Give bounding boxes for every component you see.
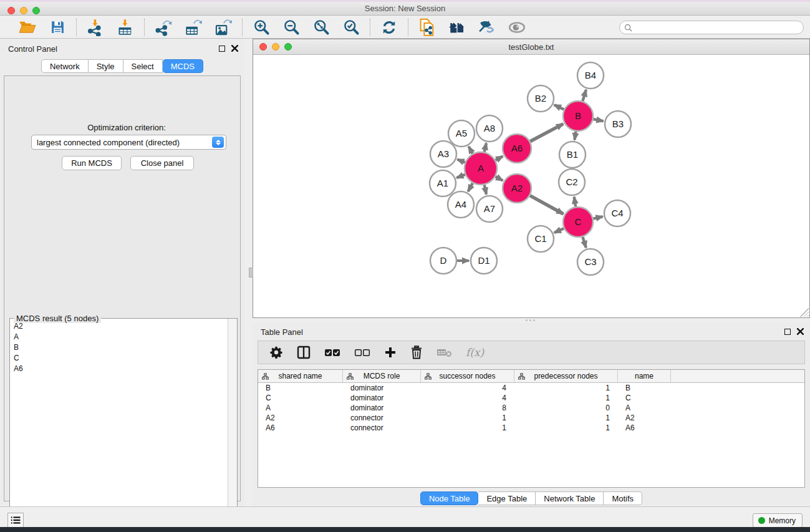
zoom-out-icon[interactable] xyxy=(281,18,301,37)
minimize-window-icon[interactable] xyxy=(20,7,27,14)
table-cell[interactable]: 4 xyxy=(421,383,514,393)
table-cell[interactable]: 8 xyxy=(421,403,514,413)
mcds-result-item[interactable]: A xyxy=(11,332,228,342)
mcds-result-list[interactable]: A2ABCA6 xyxy=(11,321,228,527)
deselect-all-icon[interactable] xyxy=(354,344,370,361)
table-cell[interactable]: A2 xyxy=(618,413,671,423)
close-window-icon[interactable] xyxy=(7,7,15,14)
edge-A-A1[interactable] xyxy=(456,175,465,178)
table-cell[interactable]: dominator xyxy=(343,383,421,393)
edge-C-C2[interactable] xyxy=(574,197,576,207)
import-network-icon[interactable] xyxy=(85,18,105,37)
duplicate-network-icon[interactable] xyxy=(417,18,437,37)
close-panel-icon[interactable] xyxy=(231,45,238,52)
network-graph-canvas[interactable]: B4B2BB3A8A5A6A3B1AC2A1A2A4A7C4CC1C3DD1 xyxy=(253,56,809,317)
mcds-result-item[interactable]: C xyxy=(11,353,228,364)
edge-C-C4[interactable] xyxy=(593,216,602,218)
edge-B-B2[interactable] xyxy=(554,105,564,109)
task-list-icon[interactable] xyxy=(7,513,24,528)
table-cell[interactable]: 1 xyxy=(514,413,618,423)
table-row[interactable]: A2connector11A2 xyxy=(258,413,804,423)
edge-A-A8[interactable] xyxy=(485,143,486,152)
network-minimize-icon[interactable] xyxy=(272,43,279,51)
edge-A-A2[interactable] xyxy=(496,177,503,180)
table-cell[interactable]: B xyxy=(258,383,343,393)
table-cell[interactable]: dominator xyxy=(343,393,421,403)
node-table[interactable]: shared nameMCDS rolesuccessor nodesprede… xyxy=(258,369,805,488)
add-column-icon[interactable] xyxy=(384,344,397,361)
edge-A-A7[interactable] xyxy=(485,185,486,194)
table-cell[interactable]: A xyxy=(618,403,671,413)
function-builder-icon[interactable]: f(x) xyxy=(466,344,484,361)
table-cell[interactable]: C xyxy=(618,393,671,403)
delete-table-icon[interactable] xyxy=(436,344,452,361)
tab-node-table[interactable]: Node Table xyxy=(420,491,479,505)
edge-B-B4[interactable] xyxy=(582,90,586,101)
edge-A-A5[interactable] xyxy=(469,147,473,153)
edge-A6-B[interactable] xyxy=(530,124,563,142)
network-close-icon[interactable] xyxy=(259,43,267,51)
window-resize-grip[interactable] xyxy=(800,308,809,317)
delete-column-icon[interactable] xyxy=(410,344,423,361)
table-cell[interactable]: connector xyxy=(343,413,421,423)
tab-motifs[interactable]: Motifs xyxy=(604,491,642,505)
refresh-layout-icon[interactable] xyxy=(379,18,399,37)
zoom-in-icon[interactable] xyxy=(251,18,271,37)
export-table-icon[interactable] xyxy=(183,18,203,37)
zoom-selected-icon[interactable] xyxy=(341,18,361,37)
tab-select[interactable]: Select xyxy=(123,59,163,73)
mcds-result-item[interactable]: A2 xyxy=(11,321,228,332)
edge-C-C3[interactable] xyxy=(582,237,586,248)
table-row[interactable]: A6connector11A6 xyxy=(258,423,804,433)
table-cell[interactable]: 0 xyxy=(514,403,618,413)
mcds-list-scrollbar[interactable] xyxy=(228,319,237,529)
import-table-icon[interactable] xyxy=(115,18,135,37)
column-header-shared-name[interactable]: shared name xyxy=(258,370,343,382)
table-close-panel-icon[interactable] xyxy=(797,328,804,335)
tab-mcds[interactable]: MCDS xyxy=(163,59,203,73)
table-float-panel-icon[interactable] xyxy=(784,329,791,335)
table-cell[interactable]: connector xyxy=(343,423,421,433)
table-cell[interactable]: 4 xyxy=(421,393,514,403)
show-hide-icon[interactable] xyxy=(507,18,527,37)
table-cell[interactable]: 1 xyxy=(514,423,618,433)
table-cell[interactable]: 1 xyxy=(421,423,514,433)
table-cell[interactable]: A6 xyxy=(618,423,671,433)
close-panel-button[interactable]: Close panel xyxy=(130,156,194,170)
edge-A-A4[interactable] xyxy=(468,183,473,191)
float-panel-icon[interactable] xyxy=(219,46,225,52)
edge-B-B3[interactable] xyxy=(593,119,603,121)
table-cell[interactable]: dominator xyxy=(343,403,421,413)
table-cell[interactable]: A xyxy=(258,403,343,413)
column-header-predecessor-nodes[interactable]: predecessor nodes xyxy=(514,370,618,382)
table-cell[interactable]: 1 xyxy=(514,393,618,403)
style-icon[interactable] xyxy=(477,18,497,37)
tab-style[interactable]: Style xyxy=(89,59,123,73)
tab-network[interactable]: Network xyxy=(41,59,89,73)
table-row[interactable]: Cdominator41C xyxy=(258,393,804,403)
horizontal-splitter-handle[interactable] xyxy=(526,319,536,322)
optimization-criterion-select[interactable]: largest connected component (directed) xyxy=(31,135,226,150)
splitter-handle[interactable] xyxy=(249,268,253,278)
table-row[interactable]: Bdominator41B xyxy=(258,383,804,393)
export-network-icon[interactable] xyxy=(153,18,173,37)
tab-network-table[interactable]: Network Table xyxy=(536,491,604,505)
edge-A2-C[interactable] xyxy=(530,196,563,214)
run-mcds-button[interactable]: Run MCDS xyxy=(62,156,122,170)
zoom-fit-icon[interactable] xyxy=(311,18,331,37)
mcds-result-item[interactable]: B xyxy=(11,342,228,353)
edge-B-B1[interactable] xyxy=(574,132,576,140)
table-cell[interactable]: 1 xyxy=(421,413,514,423)
table-cell[interactable]: B xyxy=(618,383,671,393)
table-cell[interactable]: A2 xyxy=(258,413,343,423)
table-cell[interactable]: C xyxy=(258,393,343,403)
show-columns-icon[interactable] xyxy=(297,344,311,361)
open-file-icon[interactable] xyxy=(17,18,37,37)
maximize-window-icon[interactable] xyxy=(32,7,40,14)
column-header-MCDS-role[interactable]: MCDS role xyxy=(343,370,421,382)
select-all-icon[interactable] xyxy=(324,344,340,361)
table-settings-icon[interactable] xyxy=(269,344,283,361)
network-window-titlebar[interactable]: testGlobe.txt xyxy=(253,39,809,55)
save-session-icon[interactable] xyxy=(47,18,67,37)
tab-edge-table[interactable]: Edge Table xyxy=(478,491,536,505)
